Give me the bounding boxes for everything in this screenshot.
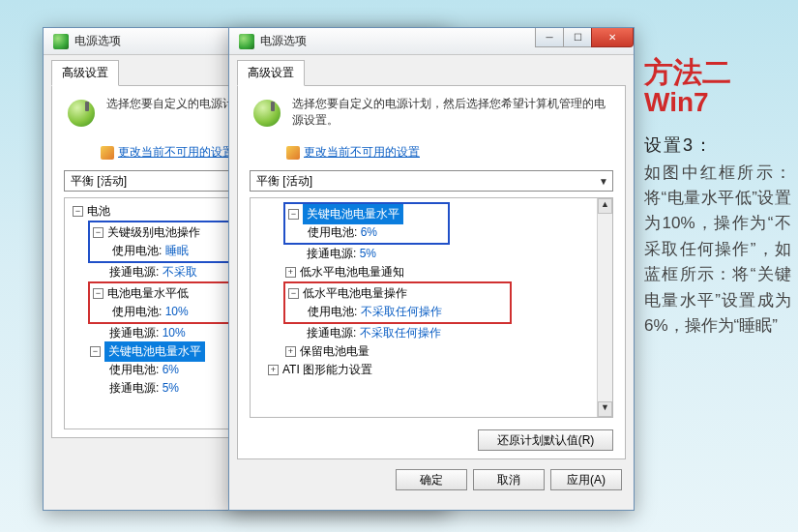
annot-heading-2: Win7 xyxy=(644,88,791,118)
tree-node-low-action[interactable]: − 低水平电池电量操作 xyxy=(288,284,509,303)
titlebar[interactable]: 电源选项 ─ ☐ ✕ xyxy=(229,28,634,55)
shield-link-text: 更改当前不可用的设置 xyxy=(304,144,420,161)
tab-advanced-settings[interactable]: 高级设置 xyxy=(51,60,119,86)
vertical-scrollbar[interactable]: ▲ ▼ xyxy=(597,198,612,417)
battery-plan-icon xyxy=(64,96,99,131)
shield-icon xyxy=(101,146,114,160)
ok-button[interactable]: 确定 xyxy=(396,469,467,490)
power-options-dialog-front: 电源选项 ─ ☐ ✕ 高级设置 选择您要自定义的电源计划，然后选择您希望计算机管… xyxy=(228,27,635,511)
dialog-button-row: 确定 取消 应用(A) xyxy=(237,459,626,494)
collapse-icon[interactable]: − xyxy=(93,227,103,238)
annot-heading-1: 方法二 xyxy=(644,56,791,88)
collapse-icon[interactable]: − xyxy=(288,288,299,299)
client-area: 高级设置 选择您要自定义的电源计划，然后选择您希望计算机管理的电源设置。 更改当… xyxy=(229,55,634,502)
annot-body: 如图中红框所示：将“电量水平低”设置为10%，操作为“不采取任何操作”，如蓝框所… xyxy=(644,161,791,339)
tree-leaf[interactable]: 使用电池: 不采取任何操作 xyxy=(308,303,509,321)
tree-leaf[interactable]: 使用电池: 10% xyxy=(112,303,232,321)
tree-node-low-notify[interactable]: + 低水平电池电量通知 xyxy=(285,263,595,281)
tabstrip: 高级设置 xyxy=(237,63,626,86)
settings-tree[interactable]: − 关键电池电量水平 使用电池: 6% 接通电源: 5% + xyxy=(250,197,613,418)
tree-leaf[interactable]: 使用电池: 6% xyxy=(308,223,447,242)
close-button[interactable]: ✕ xyxy=(591,28,634,47)
tree-leaf[interactable]: 接通电源: 不采取任何操作 xyxy=(307,324,595,342)
close-icon: ✕ xyxy=(608,32,616,43)
maximize-button[interactable]: ☐ xyxy=(563,28,592,47)
power-options-icon xyxy=(239,34,254,49)
window-title: 电源选项 xyxy=(74,33,121,49)
tab-advanced-settings[interactable]: 高级设置 xyxy=(237,60,305,86)
scroll-up-icon[interactable]: ▲ xyxy=(598,198,612,214)
minimize-button[interactable]: ─ xyxy=(535,28,564,47)
expand-icon[interactable]: + xyxy=(285,346,296,357)
power-options-icon xyxy=(53,34,69,49)
collapse-icon[interactable]: − xyxy=(90,346,101,357)
window-title: 电源选项 xyxy=(260,33,307,49)
tree-node-ati[interactable]: + ATI 图形能力设置 xyxy=(268,361,595,379)
tree-node-critical-level[interactable]: − 关键电池电量水平 xyxy=(288,205,447,223)
tree-leaf[interactable]: 接通电源: 5% xyxy=(307,245,595,263)
apply-button[interactable]: 应用(A) xyxy=(550,469,622,490)
collapse-icon[interactable]: − xyxy=(288,209,299,220)
change-unavailable-settings-link[interactable]: 更改当前不可用的设置 xyxy=(286,144,613,161)
description-text: 选择您要自定义的电源计划，然后选择您希望计算机管理的电源设置。 xyxy=(292,96,613,129)
restore-defaults-button[interactable]: 还原计划默认值(R) xyxy=(478,429,613,451)
collapse-icon[interactable]: − xyxy=(93,288,103,299)
scroll-down-icon[interactable]: ▼ xyxy=(598,401,612,417)
battery-plan-icon xyxy=(250,96,284,131)
power-plan-combobox[interactable]: 平衡 [活动] ▼ xyxy=(250,170,613,192)
shield-icon xyxy=(286,146,300,160)
combo-selected: 平衡 [活动] xyxy=(71,173,127,190)
tree-node-reserve[interactable]: + 保留电池电量 xyxy=(285,342,595,361)
expand-icon[interactable]: + xyxy=(285,267,296,278)
annot-step-label: 设置3： xyxy=(644,133,791,157)
tab-body: 选择您要自定义的电源计划，然后选择您希望计算机管理的电源设置。 更改当前不可用的… xyxy=(237,86,626,459)
tutorial-annotation: 方法二 Win7 设置3： 如图中红框所示：将“电量水平低”设置为10%，操作为… xyxy=(644,56,791,339)
shield-link-text: 更改当前不可用的设置 xyxy=(118,144,234,161)
collapse-icon[interactable]: − xyxy=(73,206,83,217)
tree-node-low-level[interactable]: − 电池电量水平低 xyxy=(93,284,232,303)
tree-leaf[interactable]: 使用电池: 睡眠 xyxy=(112,242,232,260)
cancel-button[interactable]: 取消 xyxy=(473,469,545,490)
combo-selected: 平衡 [活动] xyxy=(256,173,312,190)
expand-icon[interactable]: + xyxy=(268,365,279,375)
chevron-down-icon: ▼ xyxy=(599,176,608,187)
tree-node-critical-action[interactable]: − 关键级别电池操作 xyxy=(93,223,232,242)
